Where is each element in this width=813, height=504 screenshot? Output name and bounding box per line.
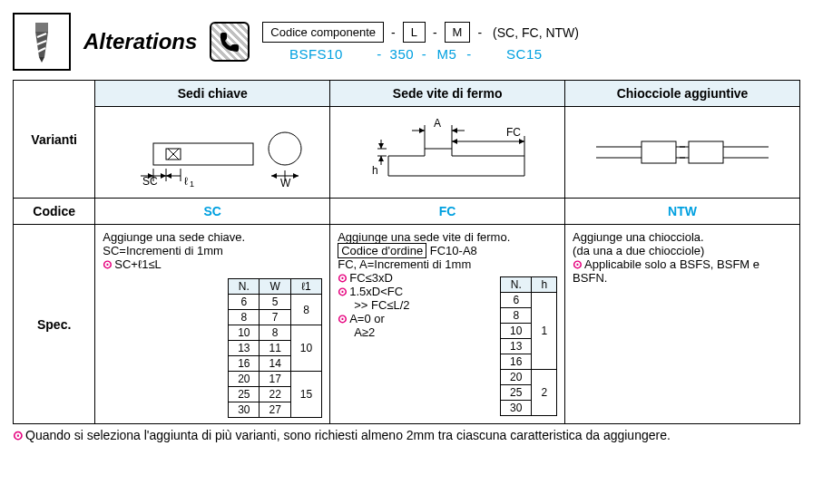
example-L: 350 (389, 46, 415, 62)
col-sc: Sedi chiave (95, 81, 330, 107)
table-cell: 10 (290, 325, 321, 372)
table-cell: 22 (260, 387, 290, 402)
table-cell: 7 (260, 310, 290, 325)
spec-ntw-line2: (da una a due chiocciole) (573, 244, 792, 257)
table-cell: 30 (229, 402, 260, 418)
spec-sc: Aggiunge una sede chiave. SC=Incrementi … (95, 225, 330, 424)
code-M-box: M (445, 22, 471, 43)
table-cell: 8 (260, 325, 290, 341)
table-cell: 20 (229, 372, 260, 387)
table-cell: 5 (260, 295, 290, 310)
spec-ntw-line1: Aggiunge una chiocciola. (573, 230, 792, 244)
code-label-box: Codice componente (262, 22, 384, 43)
alterations-title: Alterations (83, 29, 197, 54)
table-cell: 8 (501, 308, 532, 324)
svg-text:W: W (280, 177, 291, 187)
svg-marker-33 (452, 128, 457, 133)
footer-text: Quando si seleziona l'aggiunta di più va… (25, 428, 671, 442)
svg-marker-25 (271, 173, 277, 179)
table-cell: 11 (260, 341, 290, 356)
fc-th-n: N. (501, 277, 532, 293)
spec-fc-line6a: A=0 or (349, 312, 385, 325)
svg-marker-17 (161, 173, 166, 179)
svg-text:SC: SC (142, 175, 158, 187)
svg-text:1: 1 (190, 179, 194, 187)
spec-fc-line6b: A≥2 (338, 325, 487, 339)
col-ntw: Chiocciole aggiuntive (565, 81, 800, 107)
note-icon: ⊙ (573, 257, 583, 271)
example-code: BSFS10 (262, 46, 369, 62)
diagram-sc: SC ℓ 1 W (95, 107, 330, 199)
code-sc: SC (95, 199, 330, 225)
table-cell: 8 (290, 295, 321, 325)
row-varianti: Varianti (14, 81, 95, 199)
spec-fc-line4: FC≤3xD (349, 271, 393, 285)
table-cell: 16 (501, 354, 532, 370)
col-fc: Sede vite di fermo (330, 81, 565, 107)
svg-marker-38 (519, 139, 524, 144)
code-template-row: Codice componente - L - M - (SC, FC, NTW… (262, 22, 583, 43)
table-cell: 8 (229, 310, 260, 325)
example-M: M5 (434, 46, 459, 62)
table-cell: 20 (501, 370, 532, 385)
svg-marker-45 (378, 156, 384, 161)
example-suffix: SC15 (479, 46, 570, 62)
spec-fc-line5b: >> FC≤L/2 (338, 298, 487, 312)
alterations-table: Varianti Sedi chiave Sede vite di fermo … (13, 80, 800, 424)
table-cell: 27 (260, 402, 290, 418)
svg-text:ℓ: ℓ (184, 175, 188, 187)
svg-rect-6 (153, 143, 253, 165)
code-ntw: NTW (565, 199, 800, 225)
spec-ntw-line3: Applicabile solo a BSFS, BSFM e BSFN. (573, 257, 759, 285)
phone-icon (210, 22, 250, 62)
spec-fc-line3: FC, A=Incrementi di 1mm (338, 257, 557, 271)
code-example-row: BSFS10 - 350 - M5 - SC15 (262, 46, 583, 62)
fc-th-h: h (532, 277, 557, 293)
svg-marker-26 (293, 173, 299, 179)
footer-note: ⊙Quando si seleziona l'aggiunta di più v… (13, 428, 800, 442)
note-icon: ⊙ (338, 271, 348, 285)
table-cell: 2 (532, 370, 557, 416)
ordine-label: Codice d'ordine (338, 243, 426, 258)
table-cell: 10 (229, 325, 260, 341)
svg-marker-18 (166, 173, 171, 179)
code-suffix-group: (SC, FC, NTW) (489, 23, 583, 43)
spec-sc-line1: Aggiunge una sede chiave. (103, 230, 322, 244)
table-cell: 25 (501, 385, 532, 401)
spec-fc-line5a: 1.5xD<FC (349, 285, 403, 298)
sc-th-l: ℓ1 (290, 279, 321, 295)
spec-sc-table: N. W ℓ1 658 87 10810 1311 1614 201715 25… (228, 278, 322, 418)
table-cell: 16 (229, 356, 260, 372)
spec-sc-line3: SC+ℓ1≤L (114, 257, 161, 271)
svg-rect-50 (689, 141, 723, 163)
svg-marker-2 (39, 57, 44, 63)
svg-text:h: h (372, 164, 378, 177)
svg-marker-43 (378, 143, 384, 149)
table-cell: 1 (532, 293, 557, 370)
code-L-box: L (403, 22, 426, 43)
drill-icon (13, 13, 71, 71)
diagram-ntw (565, 107, 800, 199)
table-cell: 17 (260, 372, 290, 387)
spec-fc: Aggiunge una sede vite di fermo. Codice … (330, 225, 565, 424)
spec-fc-table: N. h 61 8 10 13 16 202 25 30 (500, 276, 557, 416)
note-icon: ⊙ (103, 257, 113, 271)
diagram-fc: A FC h (330, 107, 565, 199)
svg-marker-37 (452, 139, 457, 144)
svg-marker-31 (419, 128, 425, 133)
sc-th-n: N. (229, 279, 260, 295)
note-icon: ⊙ (338, 312, 348, 325)
table-cell: 13 (229, 341, 260, 356)
spec-sc-line2: SC=Incrementi di 1mm (103, 244, 322, 257)
svg-text:FC: FC (506, 126, 521, 139)
table-cell: 10 (501, 324, 532, 339)
code-fc: FC (330, 199, 565, 225)
alterations-header: Alterations Codice componente - L - M - … (13, 13, 800, 71)
svg-rect-0 (35, 23, 48, 32)
table-cell: 6 (501, 293, 532, 308)
ordine-value: FC10-A8 (430, 244, 477, 257)
note-icon: ⊙ (338, 285, 348, 298)
svg-text:A: A (434, 117, 441, 130)
table-cell: 25 (229, 387, 260, 402)
spec-ntw: Aggiunge una chiocciola. (da una a due c… (565, 225, 800, 424)
